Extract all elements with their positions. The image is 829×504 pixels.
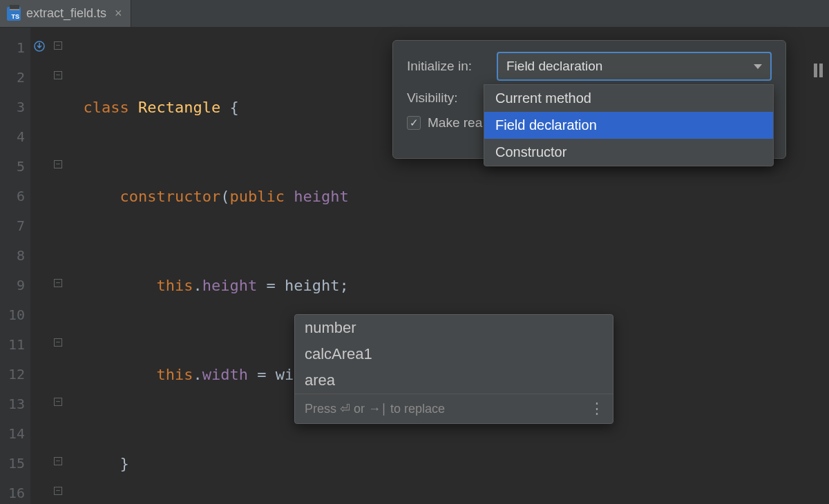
line-number: 6	[0, 182, 25, 211]
gutter-fold-column: − − − − − − − −	[30, 28, 65, 504]
line-number: 4	[0, 122, 25, 152]
tab-bar: TS extract_field.ts ×	[0, 0, 829, 28]
code-line[interactable]: }	[65, 449, 829, 478]
line-number: 14	[0, 419, 25, 449]
line-number: 16	[0, 478, 25, 504]
initialize-in-label: Initialize in:	[407, 59, 483, 74]
name-suggestion-popup: number calcArea1 area Press ⏎ or →∣ to r…	[294, 314, 613, 424]
chevron-down-icon	[754, 64, 762, 69]
line-number: 7	[0, 211, 25, 241]
checkbox-checked-icon[interactable]: ✓	[407, 116, 421, 130]
line-number: 13	[0, 389, 25, 419]
suggestion-item[interactable]: calcArea1	[295, 341, 613, 367]
dropdown-option-constructor[interactable]: Constructor	[484, 139, 773, 166]
fold-toggle-icon[interactable]: −	[54, 338, 62, 347]
suggestion-item[interactable]: area	[295, 367, 613, 394]
suggestion-item[interactable]: number	[295, 315, 613, 341]
initialize-in-dropdown-list: Current method Field declaration Constru…	[484, 84, 774, 166]
make-readonly-label: Make rea	[428, 115, 482, 130]
line-number: 8	[0, 241, 25, 271]
editor-tab[interactable]: TS extract_field.ts ×	[0, 0, 131, 27]
override-gutter-icon[interactable]	[33, 40, 46, 52]
fold-toggle-icon[interactable]: −	[54, 41, 62, 50]
line-number: 12	[0, 360, 25, 389]
suggestion-hint: Press ⏎ or →∣ to replace	[305, 401, 445, 416]
line-number: 11	[0, 330, 25, 360]
line-number: 2	[0, 63, 25, 93]
fold-toggle-icon[interactable]: −	[54, 398, 62, 406]
typescript-file-icon: TS	[7, 7, 21, 21]
code-line[interactable]: this.height = height;	[65, 271, 829, 300]
fold-toggle-icon[interactable]: −	[54, 160, 62, 168]
visibility-label: Visibility:	[407, 90, 483, 106]
tab-filename: extract_field.ts	[26, 6, 106, 21]
fold-toggle-icon[interactable]: −	[54, 279, 62, 287]
line-number: 15	[0, 449, 25, 478]
dropdown-option-current-method[interactable]: Current method	[484, 85, 773, 112]
line-number: 5	[0, 152, 25, 182]
fold-toggle-icon[interactable]: −	[54, 71, 62, 79]
line-number: 9	[0, 271, 25, 300]
line-number: 3	[0, 93, 25, 122]
pause-icon[interactable]	[814, 64, 825, 77]
fold-toggle-icon[interactable]: −	[54, 457, 62, 465]
fold-toggle-icon[interactable]: −	[54, 487, 62, 495]
more-options-icon[interactable]: ⋮	[589, 400, 603, 418]
close-tab-icon[interactable]: ×	[115, 6, 122, 21]
dropdown-value: Field declaration	[506, 59, 602, 74]
initialize-in-dropdown[interactable]: Field declaration	[497, 52, 772, 81]
line-number: 1	[0, 33, 25, 63]
dropdown-option-field-declaration[interactable]: Field declaration	[484, 112, 773, 139]
line-number-gutter: 1 2 3 4 5 6 7 8 9 10 11 12 13 14 15 16	[0, 28, 30, 504]
code-line[interactable]: constructor(public height	[65, 182, 829, 211]
line-number: 10	[0, 300, 25, 330]
